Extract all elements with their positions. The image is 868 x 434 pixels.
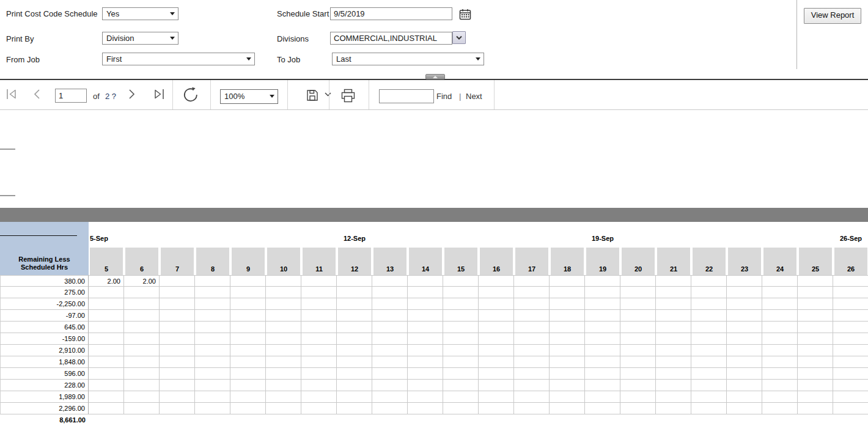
day-cell — [195, 275, 230, 287]
day-cell — [479, 356, 514, 368]
day-cell — [798, 356, 833, 368]
day-cell — [479, 275, 514, 287]
day-cell — [301, 368, 337, 380]
from-job-select[interactable]: First — [102, 53, 255, 65]
day-cell — [762, 403, 798, 414]
day-cell — [727, 403, 762, 414]
last-page-button[interactable] — [152, 88, 166, 100]
day-header-cell: 26 — [834, 248, 867, 275]
day-cell — [762, 345, 798, 356]
day-cell — [550, 380, 585, 391]
print-button[interactable] — [340, 89, 356, 103]
week-label: 19-Sep — [592, 235, 614, 242]
report-header-band — [0, 208, 868, 222]
day-cell — [620, 391, 656, 403]
zoom-select[interactable]: 100% — [220, 89, 278, 104]
divisions-input[interactable] — [330, 32, 452, 45]
day-cell — [337, 287, 372, 298]
day-cell — [266, 275, 301, 287]
day-cell — [89, 368, 124, 380]
day-cell — [230, 322, 266, 333]
find-text-input[interactable] — [379, 89, 434, 103]
day-cell — [691, 403, 727, 414]
day-cell — [301, 298, 337, 310]
row-remaining-value: 275.00 — [0, 287, 89, 298]
day-cell — [266, 368, 301, 380]
print-cost-code-schedule-select[interactable]: Yes — [102, 7, 178, 20]
day-cell — [798, 275, 833, 287]
day-header-cell: 12 — [338, 248, 371, 275]
day-cell — [550, 310, 585, 322]
toolbar-divider — [494, 80, 495, 109]
to-job-select[interactable]: Last — [332, 53, 484, 65]
day-cell — [691, 333, 727, 345]
day-cell — [833, 298, 868, 310]
next-page-button[interactable] — [127, 88, 137, 100]
page-number-input[interactable] — [55, 89, 87, 103]
export-button[interactable] — [306, 89, 332, 102]
day-cell — [691, 310, 727, 322]
day-cell — [301, 310, 337, 322]
day-cell — [266, 322, 301, 333]
toolbar-divider — [369, 80, 369, 109]
day-cell — [230, 298, 266, 310]
view-report-button[interactable]: View Report — [804, 8, 861, 24]
print-by-select[interactable]: Division — [102, 32, 178, 45]
day-cell — [762, 298, 798, 310]
day-cell — [620, 403, 656, 414]
day-cell — [585, 403, 620, 414]
day-cell — [195, 322, 230, 333]
day-cell — [656, 345, 691, 356]
day-cell — [833, 403, 868, 414]
day-cell — [550, 403, 585, 414]
first-page-icon — [5, 88, 18, 100]
day-cell — [762, 275, 798, 287]
day-cell — [585, 310, 620, 322]
previous-page-button[interactable] — [32, 88, 42, 100]
day-header-cell: 19 — [586, 248, 619, 275]
day-cell — [372, 391, 408, 403]
day-cell — [408, 356, 443, 368]
day-cell — [691, 322, 727, 333]
day-cell — [443, 380, 479, 391]
day-cell — [230, 287, 266, 298]
day-cell — [514, 287, 550, 298]
day-cell — [89, 310, 124, 322]
day-cell — [833, 356, 868, 368]
day-header-cell: 20 — [622, 248, 655, 275]
day-cell — [337, 356, 372, 368]
day-cell — [691, 368, 727, 380]
next-link[interactable]: Next — [466, 92, 482, 101]
row-remaining-value: 596.00 — [0, 368, 89, 380]
day-cell — [301, 345, 337, 356]
day-cell — [408, 345, 443, 356]
day-cell — [230, 403, 266, 414]
day-cell — [372, 368, 408, 380]
day-cell — [550, 391, 585, 403]
day-cell — [337, 298, 372, 310]
day-cell — [89, 380, 124, 391]
day-cell — [301, 287, 337, 298]
day-cell — [89, 322, 124, 333]
divisions-dropdown-button[interactable] — [452, 31, 466, 44]
report-viewport: Remaining Less Scheduled Hrs 5-Sep12-Sep… — [0, 110, 868, 434]
day-cell — [124, 298, 160, 310]
calendar-icon[interactable] — [459, 9, 471, 20]
day-cell — [727, 368, 762, 380]
day-cell — [620, 298, 656, 310]
day-cell — [479, 403, 514, 414]
day-cell — [408, 275, 443, 287]
refresh-button[interactable] — [183, 87, 199, 103]
print-cost-code-schedule-value: Yes — [106, 9, 119, 18]
schedule-start-input[interactable] — [330, 7, 452, 20]
row-header-line1: Remaining Less — [18, 256, 70, 263]
day-cell — [230, 310, 266, 322]
day-cell — [727, 287, 762, 298]
day-cell — [833, 345, 868, 356]
day-cell — [266, 403, 301, 414]
day-header-cell: 5 — [90, 248, 123, 275]
first-page-button[interactable] — [5, 88, 18, 100]
collapse-parameters-handle[interactable] — [425, 74, 445, 79]
day-cell — [833, 368, 868, 380]
find-link[interactable]: Find — [436, 92, 452, 101]
